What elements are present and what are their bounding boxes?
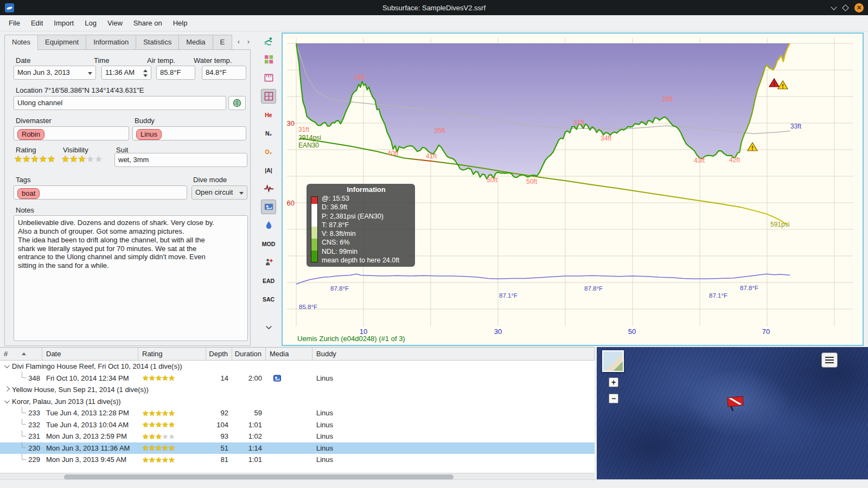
buddy-tag[interactable]: Linus xyxy=(136,129,162,140)
chevron-down-icon xyxy=(88,72,92,75)
star-icon: ★ xyxy=(69,154,78,164)
svg-text:31ft: 31ft xyxy=(573,119,585,126)
mini-map-inset[interactable] xyxy=(602,350,624,372)
tab-statistics[interactable]: Statistics xyxy=(136,35,178,50)
location-input[interactable]: Ulong channel xyxy=(14,96,226,110)
dive-row[interactable]: 232Tue Jun 4, 2013 10:04 AM★★★★★1041:01L… xyxy=(0,419,595,431)
tree-connector xyxy=(22,407,26,413)
divemaster-input[interactable]: Robin xyxy=(14,126,129,140)
collapse-icon[interactable] xyxy=(4,363,10,368)
trip-row[interactable]: Yellow House, Sun Sep 21, 2014 (1 dive(s… xyxy=(0,384,595,396)
profile-grid-toggle-icon[interactable] xyxy=(261,89,276,104)
menu-import[interactable]: Import xyxy=(48,17,79,29)
gas-drop-icon[interactable] xyxy=(261,218,276,233)
star-icon: ★ xyxy=(168,433,175,440)
dive-duration: 1:14 xyxy=(248,444,262,452)
maximize-icon[interactable] xyxy=(842,4,849,11)
menu-edit[interactable]: Edit xyxy=(25,17,48,29)
helium-toggle-icon[interactable]: He xyxy=(261,107,276,122)
toolbar-scroll-down-icon[interactable] xyxy=(261,320,276,335)
info-box-title: Information xyxy=(322,185,411,194)
divemaster-label: Divemaster xyxy=(16,117,52,125)
dive-date: Mon Jun 3, 2013 2:59 PM xyxy=(46,432,127,440)
column-header-buddy[interactable]: Buddy xyxy=(312,348,595,360)
info-box-line: P: 2,381psi (EAN30) xyxy=(322,212,411,221)
column-header-date[interactable]: Date xyxy=(42,348,138,360)
column-header-depth[interactable]: Depth xyxy=(206,348,232,360)
dive-site-flag-marker[interactable] xyxy=(724,391,750,416)
tab-media[interactable]: Media xyxy=(178,35,212,50)
mod-toggle-icon[interactable]: MOD xyxy=(261,236,276,251)
svg-text:!: ! xyxy=(773,81,775,87)
scale-icon[interactable] xyxy=(261,70,276,85)
dive-row[interactable]: 229Mon Jun 3, 2013 9:45 AM★★★★★811:01Lin… xyxy=(0,454,595,466)
tab-scroll-left-icon[interactable]: ‹ xyxy=(235,37,242,47)
menu-help[interactable]: Help xyxy=(168,17,193,29)
star-icon: ★ xyxy=(149,421,155,428)
menu-view[interactable]: View xyxy=(102,17,128,29)
dive-map[interactable]: + − xyxy=(597,347,868,479)
swimmer-icon[interactable] xyxy=(261,34,276,48)
menu-log[interactable]: Log xyxy=(79,17,102,29)
dive-row[interactable]: 348Fri Oct 10, 2014 12:34 PM★★★★★142:00L… xyxy=(0,373,595,384)
menu-share-on[interactable]: Share on xyxy=(128,17,168,29)
globe-button[interactable] xyxy=(228,96,246,110)
close-icon[interactable]: ✕ xyxy=(854,3,864,12)
time-stepper[interactable]: 11:36 AM xyxy=(101,66,151,80)
star-icon: ★ xyxy=(155,409,162,417)
dive-duration: 1:01 xyxy=(248,421,262,429)
tab-e[interactable]: E xyxy=(213,35,233,50)
tab-equipment[interactable]: Equipment xyxy=(37,35,86,50)
tab-information[interactable]: Information xyxy=(86,35,136,50)
info-box-line: V: 8.3ft/min xyxy=(322,229,411,238)
notes-textarea[interactable]: Unbelievable dive. Dozens and dozens of … xyxy=(14,215,248,341)
trip-row[interactable]: Divi Flamingo House Reef, Fri Oct 10, 20… xyxy=(0,361,595,373)
dive-row[interactable]: 233Tue Jun 4, 2013 12:28 PM★★★★★9259Linu… xyxy=(0,407,595,419)
map-menu-icon[interactable] xyxy=(821,352,838,368)
tags-input[interactable]: boat xyxy=(14,185,187,200)
dive-list-header[interactable]: #DateRatingDepthDurationMediaBuddy xyxy=(0,348,595,361)
menu-file[interactable]: File xyxy=(3,17,25,29)
expand-icon[interactable] xyxy=(4,386,10,391)
heart-rate-icon[interactable] xyxy=(261,181,276,196)
ead-toggle-icon[interactable]: EAD xyxy=(261,273,276,288)
air-temp-field[interactable]: 85.8°F xyxy=(156,66,195,80)
dive-profile-chart[interactable]: !!! 15ft28ft31ft35ft31ft34ft40ft41ft43ft… xyxy=(282,33,864,346)
photos-toggle-icon[interactable] xyxy=(261,200,276,214)
rating-stars[interactable]: ★★★★★ xyxy=(14,155,55,164)
globe-icon xyxy=(233,99,241,107)
sac-toggle-icon[interactable]: SAC xyxy=(261,292,276,306)
column-header-duration[interactable]: Duration xyxy=(232,348,266,360)
visibility-stars[interactable]: ★★★★★ xyxy=(61,155,103,164)
divemaster-tag[interactable]: Robin xyxy=(17,129,44,140)
dive-date: Mon Jun 3, 2013 11:36 AM xyxy=(46,444,130,452)
dive-buddy: Linus xyxy=(316,409,333,417)
suit-input[interactable]: wet, 3mm xyxy=(114,153,247,167)
oxygen-toggle-icon[interactable]: O₂ xyxy=(261,144,276,159)
tab-scroll-right-icon[interactable]: › xyxy=(245,37,252,47)
column-header-num[interactable]: # xyxy=(0,348,42,360)
date-select[interactable]: Mon Jun 3, 2013 xyxy=(14,66,96,80)
collapse-icon[interactable] xyxy=(4,398,10,403)
column-header-media[interactable]: Media xyxy=(266,348,312,360)
tag-boat[interactable]: boat xyxy=(17,188,40,199)
dive-row[interactable]: 231Mon Jun 3, 2013 2:59 PM★★★★★931:02Lin… xyxy=(0,431,595,442)
zoom-in-button[interactable]: + xyxy=(609,377,618,387)
picture-grid-icon[interactable] xyxy=(261,52,276,67)
tab-notes[interactable]: Notes xyxy=(4,35,37,50)
dive-row[interactable]: 230Mon Jun 3, 2013 11:36 AM★★★★★511:14Li… xyxy=(0,442,595,454)
deco-person-icon[interactable] xyxy=(261,255,276,269)
nitrogen-toggle-icon[interactable]: N₂ xyxy=(261,126,276,140)
column-header-rating[interactable]: Rating xyxy=(138,348,206,360)
water-temp-field[interactable]: 84.8°F xyxy=(202,66,246,80)
buddy-input[interactable]: Linus xyxy=(132,126,246,140)
media-photo-icon[interactable] xyxy=(273,375,281,382)
dive-mode-select[interactable]: Open circuit xyxy=(192,185,247,200)
zoom-out-button[interactable]: − xyxy=(609,394,618,403)
spinner-icons[interactable] xyxy=(142,68,149,78)
trip-row[interactable]: Koror, Palau, Jun 2013 (11 dive(s)) xyxy=(0,396,595,408)
star-icon: ★ xyxy=(22,154,30,164)
ambient-pressure-icon[interactable]: |A| xyxy=(261,163,276,177)
minimize-icon[interactable] xyxy=(831,5,837,10)
tree-connector xyxy=(22,442,26,448)
